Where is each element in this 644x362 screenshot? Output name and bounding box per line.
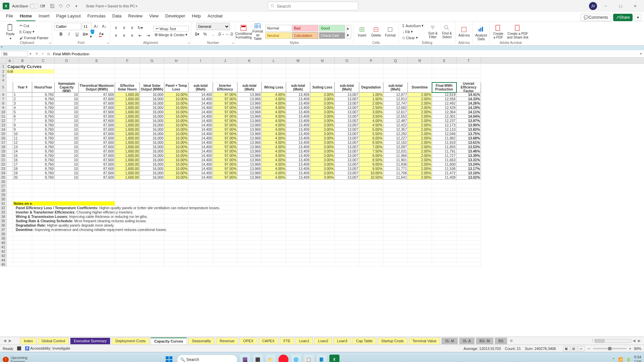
sheet-tab-index[interactable]: Index [20,338,37,344]
cell[interactable]: 13,007 [335,136,359,140]
maximize-icon[interactable]: ▢ [614,0,627,12]
formula-expand-icon[interactable]: ▾ [638,52,644,56]
clock[interactable]: 8:54 12/8 [634,355,641,362]
cell[interactable]: 13,409 [286,158,310,162]
cell[interactable]: 10 [55,93,79,97]
cell[interactable] [408,219,432,223]
cell[interactable] [286,241,310,245]
sheet-tab-cap-table[interactable]: Cap Table [353,338,376,344]
taskbar-app-icon[interactable]: 🌆 [240,355,250,362]
cell[interactable] [408,210,432,215]
cell[interactable]: 97.00% [213,110,237,114]
cell[interactable] [286,215,310,219]
cell[interactable]: Soiling Loss [310,82,335,93]
cell[interactable] [7,232,13,236]
font-color-button[interactable]: A▾ [98,31,105,38]
cell[interactable]: 3.00% [310,149,335,154]
cell[interactable] [310,245,335,249]
cell[interactable]: 4.00% [262,162,286,167]
cell[interactable]: 10.00% [164,154,189,158]
sheet-tab-is-a[interactable]: IS- A [459,338,475,344]
cell[interactable] [140,254,164,258]
cell[interactable] [7,162,13,167]
cell[interactable]: 13,968 [237,93,262,97]
cell[interactable] [310,236,335,241]
cell[interactable]: 14.04% [457,114,481,119]
cell[interactable]: 10.00% [164,132,189,136]
cell[interactable] [359,193,383,197]
cell[interactable] [383,184,408,188]
cell[interactable] [213,197,237,201]
cell[interactable] [262,254,286,258]
cell[interactable]: 87,600 [79,167,115,171]
cell[interactable]: 13,968 [237,106,262,110]
cell[interactable] [432,74,457,78]
cell[interactable]: 13,007 [335,110,359,114]
increase-decimal-icon[interactable]: .0→ [217,31,225,38]
cell[interactable] [335,201,359,206]
column-header-N[interactable]: N [310,58,335,63]
battery-icon[interactable]: 🔋 [626,357,631,362]
cell[interactable]: 16,000 [140,158,164,162]
cell[interactable]: 3.00% [310,158,335,162]
cell[interactable]: 13.17% [457,167,481,171]
cell[interactable]: 10 [55,162,79,167]
split-handle-icon[interactable]: ⋮ [591,339,594,343]
sheet-tab-capex[interactable]: CAPEX [259,338,278,344]
launcher-icon[interactable]: ↘ [107,41,109,45]
cell[interactable]: 12,492 [432,101,457,106]
cell[interactable] [189,188,213,193]
cell[interactable]: 8,760 [32,162,55,167]
cell[interactable] [359,254,383,258]
cell[interactable] [286,254,310,258]
cell[interactable] [286,69,310,74]
cell[interactable]: 12,227 [383,136,408,140]
cell[interactable] [359,64,383,69]
cell[interactable] [213,201,237,206]
create-pdf-share-button[interactable]: Create a PDF and Share link [506,23,529,41]
cell[interactable]: 4.00% [262,158,286,162]
cell[interactable]: 12 [13,140,32,145]
cell[interactable]: 4.00% [262,132,286,136]
cell[interactable] [237,236,262,241]
cell[interactable]: 7.00% [359,145,383,149]
cell[interactable]: 12,682 [383,106,408,110]
cell[interactable]: 6.00% [359,136,383,140]
cell[interactable]: 4.00% [262,93,286,97]
cell[interactable]: 10.00% [164,93,189,97]
cell[interactable]: 3.00% [310,171,335,175]
cell[interactable] [383,258,408,262]
cell[interactable]: 13,968 [237,119,262,123]
cell[interactable] [13,64,32,69]
cell[interactable] [335,69,359,74]
cell[interactable]: 1,600.00 [115,167,140,171]
cell[interactable]: 13,409 [286,97,310,101]
row-header[interactable]: 14 [0,127,7,132]
cell[interactable] [7,241,13,245]
sheet-tab-loan2[interactable]: Loan2 [314,338,332,344]
cell[interactable] [383,201,408,206]
cell[interactable] [237,215,262,219]
cell[interactable]: 16,000 [140,127,164,132]
cell[interactable]: 10.00% [164,114,189,119]
cell[interactable]: 13,968 [237,101,262,106]
cell[interactable]: 16,000 [140,132,164,136]
cell[interactable]: 10 [55,97,79,101]
cell[interactable]: 1,600.00 [115,127,140,132]
cell[interactable] [164,201,189,206]
analyze-data-button[interactable]: Analyze Data [475,25,487,42]
cell[interactable]: 1,600.00 [115,154,140,158]
cell[interactable] [7,110,13,114]
cell[interactable] [213,64,237,69]
cell[interactable]: 18 [13,167,32,171]
cell[interactable] [408,193,432,197]
cell[interactable]: 14,400 [189,132,213,136]
cell[interactable] [79,232,115,236]
cell[interactable] [383,193,408,197]
cell[interactable]: 1,600.00 [115,145,140,149]
cell[interactable]: 12,552 [383,114,408,119]
cell[interactable] [432,206,457,210]
cell[interactable] [32,78,55,82]
row-header[interactable]: 10 [0,110,7,114]
redo-icon[interactable] [65,3,72,9]
